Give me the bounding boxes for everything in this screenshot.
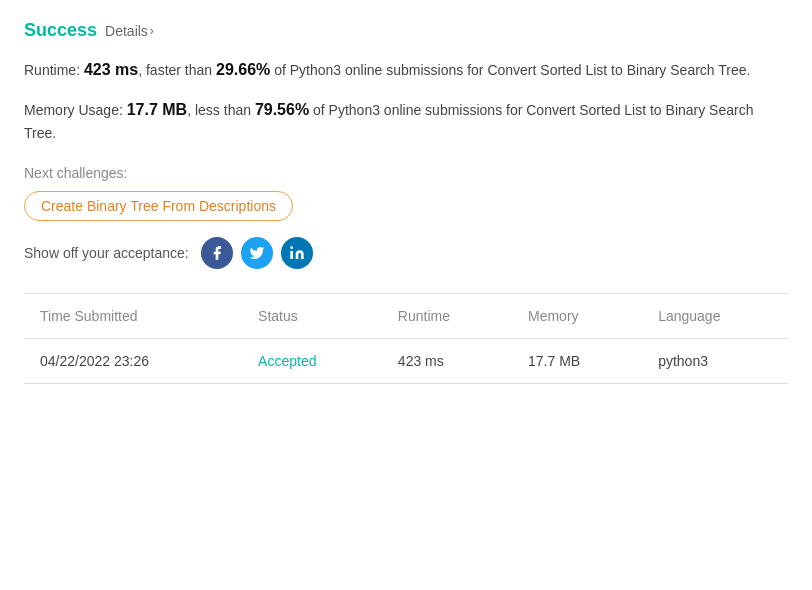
submissions-table-container: Time Submitted Status Runtime Memory Lan… — [24, 294, 788, 384]
runtime-pct: 29.66% — [216, 61, 270, 78]
submissions-table: Time Submitted Status Runtime Memory Lan… — [24, 294, 788, 384]
cell-runtime: 423 ms — [382, 338, 512, 383]
cell-time: 04/22/2022 23:26 — [24, 338, 242, 383]
facebook-icon[interactable] — [201, 237, 233, 269]
memory-section: Memory Usage: 17.7 MB, less than 79.56% … — [24, 97, 788, 145]
table-body: 04/22/2022 23:26 Accepted 423 ms 17.7 MB… — [24, 338, 788, 383]
header-row: Success Details › — [24, 20, 788, 41]
twitter-svg — [249, 245, 265, 261]
cell-status[interactable]: Accepted — [242, 338, 382, 383]
cell-memory: 17.7 MB — [512, 338, 642, 383]
linkedin-icon[interactable] — [281, 237, 313, 269]
cell-language: python3 — [642, 338, 788, 383]
col-time-submitted: Time Submitted — [24, 294, 242, 339]
chevron-icon: › — [150, 24, 154, 38]
col-status: Status — [242, 294, 382, 339]
linkedin-svg — [289, 245, 305, 261]
details-label: Details — [105, 23, 148, 39]
details-link[interactable]: Details › — [105, 23, 154, 39]
col-memory: Memory — [512, 294, 642, 339]
facebook-svg — [209, 245, 225, 261]
memory-middle: , less than — [187, 102, 255, 118]
challenge-button[interactable]: Create Binary Tree From Descriptions — [24, 191, 293, 221]
runtime-value: 423 ms — [84, 61, 138, 78]
next-challenges-label: Next challenges: — [24, 165, 788, 181]
col-runtime: Runtime — [382, 294, 512, 339]
runtime-prefix: Runtime: — [24, 62, 84, 78]
table-header: Time Submitted Status Runtime Memory Lan… — [24, 294, 788, 339]
runtime-section: Runtime: 423 ms, faster than 29.66% of P… — [24, 57, 788, 83]
table-header-row: Time Submitted Status Runtime Memory Lan… — [24, 294, 788, 339]
memory-value: 17.7 MB — [127, 101, 187, 118]
twitter-icon[interactable] — [241, 237, 273, 269]
share-row: Show off your acceptance: — [24, 237, 788, 269]
runtime-middle: , faster than — [138, 62, 216, 78]
memory-pct: 79.56% — [255, 101, 309, 118]
memory-prefix: Memory Usage: — [24, 102, 127, 118]
svg-point-0 — [290, 246, 293, 249]
table-row: 04/22/2022 23:26 Accepted 423 ms 17.7 MB… — [24, 338, 788, 383]
col-language: Language — [642, 294, 788, 339]
share-label: Show off your acceptance: — [24, 245, 189, 261]
social-icons — [201, 237, 313, 269]
runtime-suffix: of Python3 online submissions for Conver… — [270, 62, 750, 78]
success-label: Success — [24, 20, 97, 41]
